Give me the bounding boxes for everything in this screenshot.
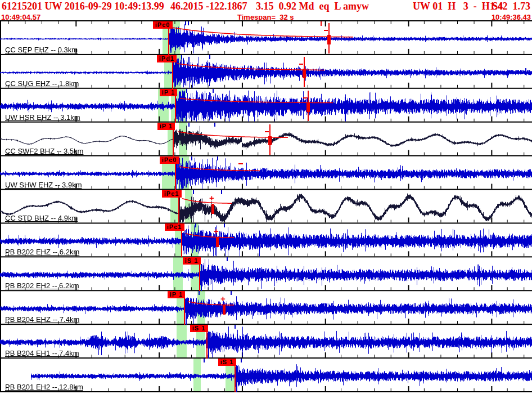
phase-pick-line-secondary[interactable]	[208, 332, 209, 359]
phase-pick-line[interactable]	[235, 365, 236, 392]
coda-minus-marker[interactable]	[238, 163, 243, 164]
coda-plus-marker[interactable]: +	[220, 294, 226, 303]
phase-pick-flag[interactable]: iS 1	[218, 359, 236, 366]
phase-pick-line[interactable]	[199, 264, 200, 291]
trace-panel[interactable]: PB B201 EH2 -- 12.8km iS 1	[0, 359, 532, 392]
phase-pick-line[interactable]	[206, 332, 208, 359]
phase-pick-line[interactable]	[181, 230, 182, 257]
predicted-arrival-tick	[209, 55, 210, 59]
phase-pick-flag[interactable]: iP 1	[160, 89, 177, 96]
seismogram-viewer-window: 61215201 UW 2016-09-29 10:49:13.99 46.20…	[0, 0, 532, 394]
phase-pick-flag[interactable]: iPc0	[153, 21, 173, 29]
phase-pick-line[interactable]	[175, 96, 176, 123]
predicted-arrival-tick	[217, 156, 218, 160]
trace-panel[interactable]: PB B204 EHZ -- 7.4km iP 1 +	[0, 291, 532, 325]
coda-amplitude-blob	[303, 69, 306, 78]
trace-station-label[interactable]: CC SWF2 BHZ -- 3.5km	[5, 147, 83, 155]
predicted-arrival-tick	[185, 21, 186, 25]
phase-pick-flag[interactable]: iPc1	[165, 223, 184, 231]
phase-pick-line[interactable]	[175, 163, 176, 190]
coda-amplitude-blob	[306, 102, 310, 112]
trace-panel[interactable]: CC STD BHZ -- 4.9km iPc1 +	[0, 190, 532, 224]
coda-dash-marker	[265, 131, 269, 132]
trace-station-label[interactable]: PB B202 EHZ -- 6.2km	[5, 248, 79, 256]
phase-pick-flag[interactable]: iS 1	[183, 257, 201, 265]
predicted-arrival-tick	[213, 89, 214, 93]
coda-dash-marker	[324, 30, 328, 31]
trace-station-label[interactable]: PB B201 EH2 -- 12.8km	[5, 383, 83, 391]
predicted-arrival-tick	[221, 190, 222, 194]
predicted-arrival-tick	[224, 223, 225, 227]
trace-panel[interactable]: CC SEP EHZ -- 0.3km iPc0	[0, 21, 532, 55]
phase-pick-flag[interactable]: iPc1	[162, 190, 182, 198]
trace-station-label[interactable]: UW SHW EHZ -- 3.9km	[5, 181, 82, 189]
predicted-arrival-tick	[204, 359, 205, 362]
coda-dash-marker	[299, 64, 303, 65]
phase-pick-flag[interactable]: iP 1	[157, 123, 175, 130]
trace-station-label[interactable]: PB B204 EH1 -- 7.4km	[5, 350, 79, 357]
trace-station-label[interactable]: CC STD BHZ -- 4.9km	[5, 214, 78, 222]
phase-pick-flag[interactable]: iS 1	[190, 325, 208, 332]
phase-pick-flag[interactable]: iPd1	[157, 55, 177, 62]
trace-station-label[interactable]: PB B204 EHZ -- 7.4km	[5, 316, 79, 323]
predicted-arrival-tick	[191, 156, 192, 160]
trace-station-label[interactable]: UW HSR EHZ -- 3.1km	[5, 114, 80, 121]
phase-pick-line[interactable]	[172, 62, 173, 89]
predicted-arrival-tick	[181, 55, 182, 59]
predicted-arrival-tick	[214, 123, 215, 127]
trace-panel[interactable]: PB B202 EH2 -- 6.2km iS 1	[0, 257, 532, 291]
trace-station-label[interactable]: CC SEP EHZ -- 0.3km	[5, 46, 78, 53]
amplitude-bar-marker[interactable]	[211, 204, 214, 214]
coda-dash-marker	[303, 97, 307, 98]
trace-panel[interactable]: PB B202 EHZ -- 6.2km iPc1 +	[0, 223, 532, 257]
phase-pick-line-secondary[interactable]	[186, 298, 187, 325]
phase-pick-flag[interactable]: iP 1	[168, 291, 185, 298]
phase-pick-line-secondary[interactable]	[236, 365, 237, 392]
trace-panel[interactable]: PB B204 EH1 -- 7.4km iS 1	[0, 325, 532, 359]
predicted-arrival-tick	[195, 223, 196, 227]
predicted-arrival-tick	[227, 257, 228, 261]
predicted-arrival-tick	[235, 325, 236, 329]
phase-pick-line[interactable]	[184, 298, 185, 325]
phase-pick-flag[interactable]: iPc0	[160, 156, 179, 164]
amplitude-bar-marker[interactable]	[223, 305, 226, 315]
phase-pick-line[interactable]	[168, 28, 169, 55]
coda-plus-marker[interactable]: +	[209, 193, 214, 203]
trace-station-label[interactable]: CC SUG EHZ -- 1.8km	[5, 80, 79, 87]
trace-panel[interactable]: CC SUG EHZ -- 1.8km iPd1	[0, 55, 532, 89]
amplitude-bar-marker[interactable]	[216, 237, 219, 247]
trace-panel[interactable]: UW HSR EHZ -- 3.1km iP 1	[0, 89, 532, 123]
trace-panel[interactable]: CC SWF2 BHZ -- 3.5km iP 1	[0, 123, 532, 156]
coda-plus-marker[interactable]: +	[214, 226, 219, 236]
predicted-arrival-tick	[193, 190, 194, 194]
trace-panel[interactable]: UW SHW EHZ -- 3.9km iPc0	[0, 156, 532, 190]
trace-station-label[interactable]: PB B202 EH2 -- 6.2km	[5, 282, 79, 289]
predicted-arrival-tick	[188, 123, 190, 127]
phase-pick-line[interactable]	[173, 129, 174, 156]
phase-pick-line-secondary[interactable]	[201, 264, 202, 291]
predicted-arrival-tick	[186, 89, 187, 93]
predicted-arrival-tick	[199, 291, 200, 295]
coda-amplitude-blob	[327, 35, 331, 44]
predicted-arrival-tick	[188, 21, 189, 25]
coda-amplitude-blob	[268, 136, 272, 146]
phase-pick-line[interactable]	[178, 197, 179, 224]
predicted-arrival-tick	[231, 291, 232, 295]
predicted-arrival-tick	[241, 359, 242, 362]
